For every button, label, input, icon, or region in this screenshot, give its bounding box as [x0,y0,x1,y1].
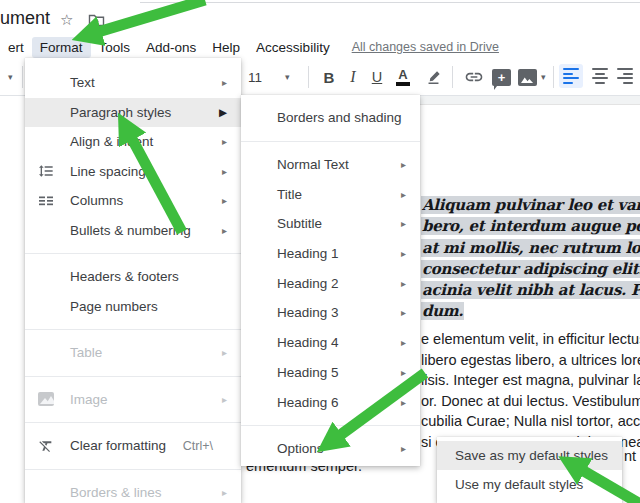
align-left-button[interactable] [559,64,583,88]
menu-divider [25,469,241,470]
options-item-save-default-styles[interactable]: Save as my default styles [437,441,622,470]
submenu-arrow-icon: ▸ [222,77,227,88]
clear-formatting-icon [37,437,55,455]
options-item-use-default-styles[interactable]: Use my default styles [437,470,622,499]
add-comment-icon[interactable]: + [492,65,511,89]
format-menu: Text ▸ Paragraph styles ▶ Align & indent… [25,58,241,503]
toolbar-left-caret-icon[interactable]: ▾ [8,65,13,89]
highlighter-icon[interactable] [423,65,443,89]
format-item-paragraph-styles[interactable]: Paragraph styles ▶ [25,98,241,128]
format-item-columns[interactable]: Columns ▸ [25,186,241,216]
format-item-table[interactable]: Table ▸ [25,338,241,368]
menu-divider [25,376,241,377]
menu-tools[interactable]: Tools [91,37,139,58]
submenu-arrow-icon: ▸ [222,195,227,206]
para-item-heading-1[interactable]: Heading 1 ▸ [241,239,420,269]
paragraph-styles-menu: Borders and shading Normal Text ▸ Title … [241,95,420,466]
submenu-arrow-icon: ▸ [401,218,406,229]
para-item-heading-4[interactable]: Heading 4 ▸ [241,328,420,358]
submenu-arrow-icon: ▸ [401,278,406,289]
format-item-headers-footers[interactable]: Headers & footers [25,262,241,292]
menu-accessibility[interactable]: Accessibility [248,37,338,58]
window-top-border [140,2,640,3]
format-item-page-numbers[interactable]: Page numbers [25,292,241,322]
para-item-heading-5[interactable]: Heading 5 ▸ [241,358,420,388]
para-item-normal-text[interactable]: Normal Text ▸ [241,150,420,180]
font-size-caret-icon[interactable]: ▾ [285,65,290,89]
text-color-button[interactable]: A [394,65,412,89]
toolbar-divider [452,66,453,88]
para-item-borders-shading[interactable]: Borders and shading [241,103,420,133]
format-item-borders-lines[interactable]: Borders & lines ▸ [25,478,241,503]
menu-divider [25,329,241,330]
body-text-block: e elementum velit, in efficitur lectus q… [421,329,640,452]
submenu-arrow-icon: ▸ [401,189,406,200]
format-item-clear-formatting[interactable]: Clear formatting Ctrl+\ [25,431,241,461]
para-item-heading-2[interactable]: Heading 2 ▸ [241,268,420,298]
menu-divider [241,141,420,142]
submenu-arrow-icon: ▸ [401,367,406,378]
para-item-title[interactable]: Title ▸ [241,179,420,209]
format-item-image[interactable]: Image ▸ [25,385,241,415]
format-item-text[interactable]: Text ▸ [25,68,241,98]
submenu-arrow-icon: ▶ [219,106,227,118]
star-outline-icon[interactable]: ☆ [60,11,73,29]
toolbar-divider [22,66,23,88]
menu-insert-partial[interactable]: ert [0,37,32,58]
submenu-arrow-icon: ▸ [401,337,406,348]
menu-divider [25,253,241,254]
format-item-line-spacing[interactable]: Line spacing ▸ [25,157,241,187]
underline-button[interactable]: U [368,65,386,89]
move-to-folder-icon[interactable] [88,13,105,32]
para-item-subtitle[interactable]: Subtitle ▸ [241,209,420,239]
submenu-arrow-icon: ▸ [222,225,227,236]
text-fragment: nt [624,448,636,464]
submenu-arrow-icon: ▸ [222,487,227,498]
submenu-arrow-icon: ▸ [401,443,406,454]
menu-addons[interactable]: Add-ons [138,37,204,58]
insert-link-icon[interactable] [462,65,486,89]
toolbar-divider [308,66,309,88]
submenu-arrow-icon: ▸ [401,159,406,170]
submenu-arrow-icon: ▸ [222,166,227,177]
para-item-options[interactable]: Options ▸ [241,434,420,464]
arrow-to-format [98,0,205,32]
menu-bar: ert Format Tools Add-ons Help Accessibil… [0,36,640,58]
shortcut-label: Ctrl+\ [183,439,213,453]
italic-button[interactable]: I [346,65,360,89]
columns-icon [37,192,55,210]
align-right-button[interactable] [613,64,637,88]
para-item-heading-6[interactable]: Heading 6 ▸ [241,387,420,417]
para-item-heading-3[interactable]: Heading 3 ▸ [241,298,420,328]
menu-help[interactable]: Help [204,37,248,58]
insert-image-caret-icon[interactable]: ▾ [541,65,546,89]
highlighted-text-block: Aliquam pulvinar leo et varius feugiat. … [421,195,640,323]
format-item-align-indent[interactable]: Align & indent ▸ [25,127,241,157]
image-icon [37,390,55,408]
submenu-arrow-icon: ▸ [222,394,227,405]
submenu-arrow-icon: ▸ [401,397,406,408]
save-status-link[interactable]: All changes saved in Drive [352,40,499,54]
submenu-arrow-icon: ▸ [401,307,406,318]
options-menu: Save as my default styles Use my default… [437,437,622,503]
line-spacing-icon [37,162,55,180]
document-title[interactable]: ument [0,8,50,29]
menu-format[interactable]: Format [32,37,91,58]
menu-divider [241,425,420,426]
font-size-value[interactable]: 11 [245,65,265,89]
submenu-arrow-icon: ▸ [401,248,406,259]
menu-divider [25,422,241,423]
align-center-button[interactable] [588,64,612,88]
submenu-arrow-icon: ▸ [222,347,227,358]
format-item-bullets-numbering[interactable]: Bullets & numbering ▸ [25,216,241,246]
toolbar-divider [553,66,554,88]
insert-image-icon[interactable] [518,65,537,89]
bold-button[interactable]: B [320,65,338,89]
submenu-arrow-icon: ▸ [222,136,227,147]
